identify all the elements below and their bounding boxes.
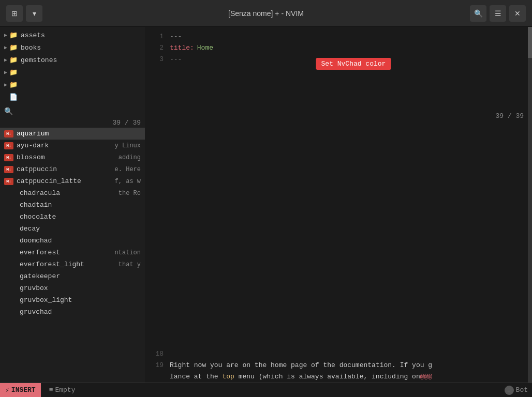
arrow-icon: ▶ [4,69,7,75]
autocomplete-item-chadracula[interactable]: chadracula the Ro [0,187,145,199]
status-bot: ≡ Bot [505,386,528,395]
autocomplete-item-gruvchad[interactable]: gruvchad [0,306,145,318]
autocomplete-label: gruvbox_light [20,296,72,304]
autocomplete-item-gatekeeper[interactable]: gatekeeper [0,270,145,282]
titlebar-left: ⊞ ▾ [6,5,42,22]
insert-label: INSERT [11,386,36,394]
titlebar: ⊞ ▾ [Senza nome] + - NVIM 🔍 ☰ ✕ [0,0,532,27]
sidebar-file-tree: ▶ 📁 assets ▶ 📁 books ▶ 📁 gemstones ▶ 📁 ▶… [0,27,145,103]
empty-label: Empty [55,386,75,394]
autocomplete-label: blossom [17,154,45,161]
arrow-icon: ▶ [4,57,7,63]
list-icon: ☰ [495,9,501,18]
arrow-icon: ▶ [4,32,7,38]
bot-label: Bot [516,386,528,394]
sidebar-item-folder5[interactable]: ▶ 📁 [0,79,145,91]
line-number: 18 [149,349,164,359]
code-text: lance at the top menu (which is always a… [170,372,432,382]
autocomplete-label: ayu-dark [17,142,49,149]
code-line-cont: 19 lance at the top menu (which is alway… [145,371,532,383]
folder-icon: 📁 [9,81,18,89]
code-dashes: --- [170,54,182,65]
editor-middle-space [145,69,532,344]
autocomplete-label: gatekeeper [20,272,60,280]
code-key: title: [170,43,194,53]
md-icon: M↓ [4,154,13,161]
md-icon: M↓ [4,142,13,149]
autocomplete-label: catppuccin [17,165,57,173]
sidebar-item-label: gemstones [21,56,57,64]
line-number: 3 [149,54,164,65]
autocomplete-item-chadtain[interactable]: chadtain [0,199,145,211]
right-text: ntation [115,249,141,256]
arrow-icon: ▶ [4,44,7,51]
status-left: ⚡ INSERT ≡ Empty [0,383,79,398]
status-empty: ≡ Empty [45,386,80,394]
chevron-down-icon: ▾ [33,9,36,18]
autocomplete-item-gruvbox[interactable]: gruvbox [0,282,145,294]
folder-icon: 📁 [9,31,18,39]
line-number: 19 [149,360,164,371]
sidebar-item-folder4[interactable]: ▶ 📁 [0,66,145,79]
scrollbar-thumb[interactable] [528,27,532,58]
editor-area: 1 --- 2 title: Home 3 --- Set NvChad col… [145,27,532,383]
code-line-2: 2 title: Home [145,42,532,54]
code-line-18: 18 [145,348,532,360]
search-count: 39 / 39 [112,119,141,127]
autocomplete-item-decay[interactable]: decay [0,223,145,235]
search-button[interactable]: 🔍 [470,5,486,22]
autocomplete-item-gruvbox-light[interactable]: gruvbox_light [0,294,145,306]
autocomplete-item-doomchad[interactable]: doomchad [0,235,145,247]
code-line-19: 19 Right now you are on the home page of… [145,360,532,371]
autocomplete-label: gruvbox [20,284,48,292]
autocomplete-label: everforest_light [20,261,84,268]
autocomplete-label: chadtain [20,201,52,209]
scrollbar[interactable] [528,27,532,383]
sidebar-item-label: assets [21,32,45,39]
window-title: [Senza nome] + - NVIM [228,9,304,18]
code-dashes: --- [170,32,182,42]
right-text: f, as w [115,178,141,185]
md-icon: M↓ [4,178,13,185]
code-text: Right now you are on the home page of th… [170,360,432,371]
close-button[interactable]: ✕ [509,5,526,22]
autocomplete-item-blossom[interactable]: M↓ blossom adding [0,151,145,163]
autocomplete-list: M↓ aquarium M↓ ayu-dark y Linux M↓ bloss… [0,128,145,383]
grid-icon: ⊞ [11,9,18,18]
file-icon: 📄 [9,93,18,101]
autocomplete-label: doomchad [20,237,52,245]
right-text: that y [119,261,141,268]
folder-icon: 📁 [9,56,18,64]
autocomplete-item-ayu-dark[interactable]: M↓ ayu-dark y Linux [0,140,145,151]
right-text: adding [119,154,141,161]
autocomplete-item-chocolate[interactable]: chocolate [0,211,145,223]
close-icon: ✕ [514,9,521,18]
sidebar-item-assets[interactable]: ▶ 📁 assets [0,29,145,41]
autocomplete-item-catppuccin[interactable]: M↓ catppuccin e. Here [0,163,145,175]
sidebar: ▶ 📁 assets ▶ 📁 books ▶ 📁 gemstones ▶ 📁 ▶… [0,27,145,383]
code-line-1: 1 --- [145,31,532,42]
autocomplete-label: everforest [20,249,60,256]
right-text: the Ro [119,190,141,197]
main-area: ▶ 📁 assets ▶ 📁 books ▶ 📁 gemstones ▶ 📁 ▶… [0,27,532,383]
line-number: 19 [149,372,164,382]
code-value: Home [197,43,213,53]
menu-icon-button[interactable]: ⊞ [6,5,23,22]
autocomplete-item-everforest[interactable]: everforest ntation [0,247,145,258]
line-number: 2 [149,43,164,53]
autocomplete-item-catppuccin-latte[interactable]: M↓ catppuccin_latte f, as w [0,175,145,187]
right-text: y Linux [115,142,141,149]
arrow-icon: ▶ [4,82,7,88]
autocomplete-item-aquarium[interactable]: M↓ aquarium [0,128,145,140]
search-icon: 🔍 [474,9,483,18]
chevron-down-button[interactable]: ▾ [26,5,42,22]
titlebar-right: 🔍 ☰ ✕ [470,5,526,22]
search-input[interactable] [16,108,141,115]
autocomplete-label: catppuccin_latte [17,177,81,185]
autocomplete-label: chadracula [20,189,60,197]
sidebar-item-books[interactable]: ▶ 📁 books [0,41,145,54]
list-button[interactable]: ☰ [490,5,506,22]
sidebar-item-gemstones[interactable]: ▶ 📁 gemstones [0,54,145,66]
sidebar-item-file[interactable]: ▶ 📄 [0,91,145,103]
autocomplete-item-everforest-light[interactable]: everforest_light that y [0,258,145,270]
